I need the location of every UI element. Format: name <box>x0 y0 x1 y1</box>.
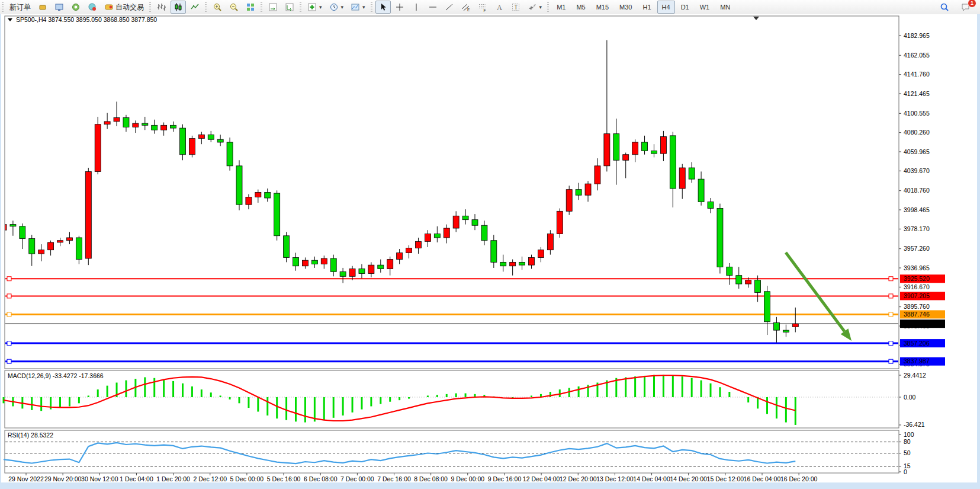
hline-marker[interactable] <box>889 312 893 317</box>
dropdown-arrow-icon[interactable]: ▾ <box>319 4 322 10</box>
candle[interactable] <box>236 160 242 210</box>
candle-body <box>660 136 666 154</box>
candle[interactable] <box>85 168 91 265</box>
search-button[interactable] <box>937 1 952 14</box>
toolbar-group-grip[interactable] <box>547 2 549 12</box>
indicator-window-button[interactable] <box>265 1 281 14</box>
candle-body <box>689 168 695 179</box>
candle[interactable] <box>717 204 723 274</box>
toolbar-group-grip[interactable] <box>205 2 207 12</box>
toolbar-group-grip[interactable] <box>300 2 301 12</box>
hline-price-label: 3887.746 <box>904 311 930 318</box>
tile-windows-button[interactable] <box>243 1 258 14</box>
candle[interactable] <box>566 186 572 215</box>
candle[interactable] <box>189 136 195 158</box>
candle[interactable] <box>557 209 563 238</box>
candle[interactable] <box>95 117 101 174</box>
date-label: 13 Dec 12:00 <box>596 475 634 482</box>
tf-d1-button[interactable]: D1 <box>676 1 694 14</box>
zoom-out-button[interactable] <box>226 1 242 14</box>
candle-body <box>698 179 704 202</box>
bars-glyph <box>157 2 166 12</box>
zoom-in-button[interactable] <box>210 1 225 14</box>
candle-body <box>349 269 355 277</box>
candle[interactable] <box>284 232 290 262</box>
candle[interactable] <box>274 190 280 240</box>
dropdown-arrow-icon[interactable]: ▾ <box>341 4 344 10</box>
price-tick-label: 4080.260 <box>904 129 930 136</box>
tf-mn-button[interactable]: MN <box>715 1 735 14</box>
tf-m1-button[interactable]: M1 <box>552 1 570 14</box>
candle-body <box>246 197 252 204</box>
text-label-button[interactable]: T <box>508 1 523 14</box>
candle-body <box>434 234 440 238</box>
candle-body <box>10 225 16 226</box>
templates-button[interactable]: ▾ <box>348 1 368 14</box>
toolbar-group-grip[interactable] <box>261 2 262 12</box>
toolbar-group-grip[interactable] <box>371 2 372 12</box>
navigator-icon[interactable] <box>68 1 83 14</box>
candle-body <box>736 276 742 284</box>
macd-tick-label: 0.00 <box>904 394 916 401</box>
candlestick-button[interactable] <box>171 1 186 14</box>
candle-body <box>462 216 468 219</box>
crosshair-button[interactable] <box>392 1 407 14</box>
date-label: 8 Dec 08:00 <box>414 475 448 482</box>
dropdown-arrow-icon[interactable]: ▾ <box>539 4 542 10</box>
tf-h1-button[interactable]: H1 <box>638 1 656 14</box>
hline-marker[interactable] <box>7 277 11 281</box>
add-indicator-button[interactable]: ▾ <box>304 1 325 14</box>
chart-area[interactable]: SP500-,H4 3874.550 3895.050 3868.850 387… <box>0 14 980 489</box>
dropdown-arrow-icon[interactable]: ▾ <box>362 4 365 10</box>
trendline-button[interactable] <box>442 1 457 14</box>
tf-h4-button[interactable]: H4 <box>657 1 675 14</box>
tf-m5-button[interactable]: M5 <box>571 1 590 14</box>
tf-m15-button-label: M15 <box>595 4 611 11</box>
hline-marker[interactable] <box>7 359 11 363</box>
cursor-button[interactable] <box>375 1 391 14</box>
new-order-button[interactable]: 新订单 <box>7 1 34 14</box>
hline-marker[interactable] <box>7 312 11 317</box>
market-watch-icon[interactable] <box>35 1 50 14</box>
autotrading-button[interactable]: 自动交易 <box>101 1 147 14</box>
price-tick-label: 3998.465 <box>904 206 930 213</box>
hline-marker[interactable] <box>889 341 893 346</box>
hline-price-label: 3925.520 <box>904 275 930 282</box>
candle-body <box>415 241 421 248</box>
candle-body <box>708 202 714 208</box>
hline-button[interactable] <box>425 1 441 14</box>
toolbar-group-grip[interactable] <box>149 2 151 12</box>
hline-marker[interactable] <box>889 294 893 298</box>
data-window-icon[interactable] <box>52 1 67 14</box>
text-button[interactable]: A <box>491 1 507 14</box>
toolbar-group-grip[interactable] <box>2 2 4 12</box>
bar-chart-button[interactable] <box>154 1 169 14</box>
arrows-button[interactable]: ▾ <box>525 1 545 14</box>
hline-marker[interactable] <box>7 341 11 346</box>
notifications-button[interactable]: 1 <box>958 1 973 14</box>
candle-body <box>773 322 779 330</box>
periods-button[interactable]: ▾ <box>326 1 347 14</box>
cross-glyph <box>395 2 404 12</box>
tf-w1-button[interactable]: W1 <box>695 1 715 14</box>
main-toolbar: 新订单自动交易▾▾▾EFAT▾M1M5M15M30H1H4D1W1MN1 <box>0 0 980 15</box>
terminal-icon[interactable] <box>85 1 100 14</box>
date-label: 14 Dec 20:00 <box>670 475 707 482</box>
hline-marker[interactable] <box>889 359 893 363</box>
tf-m15-button[interactable]: M15 <box>592 1 613 14</box>
fibonacci-button[interactable]: F <box>475 1 490 14</box>
tline-glyph <box>445 2 454 12</box>
channel-button[interactable]: E <box>458 1 474 14</box>
vline-button[interactable] <box>409 1 424 14</box>
date-label: 2 Dec 12:00 <box>193 475 227 482</box>
chart-shift-button[interactable] <box>282 1 297 14</box>
candle-body <box>29 239 35 254</box>
date-label: 14 Dec 04:00 <box>633 475 670 482</box>
date-label: 12 Dec 20:00 <box>560 475 597 482</box>
hline-marker[interactable] <box>889 277 893 281</box>
candle-body <box>453 216 459 228</box>
hline-marker[interactable] <box>7 294 11 298</box>
candle[interactable] <box>227 138 233 171</box>
tf-m30-button[interactable]: M30 <box>615 1 637 14</box>
line-chart-button[interactable] <box>187 1 203 14</box>
